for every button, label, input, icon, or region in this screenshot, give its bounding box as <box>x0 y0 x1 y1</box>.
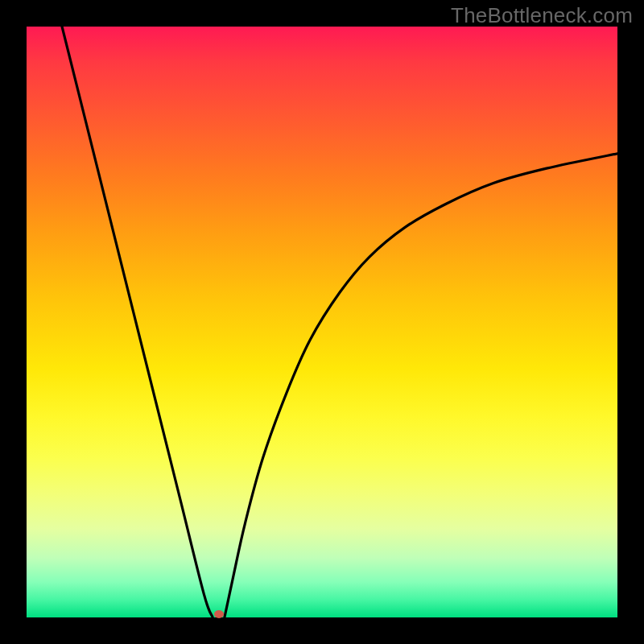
optimum-marker <box>214 610 224 618</box>
chart-frame: TheBottleneck.com <box>0 0 644 644</box>
bottleneck-curve <box>27 27 617 617</box>
watermark-text: TheBottleneck.com <box>451 3 633 28</box>
plot-area <box>27 27 617 617</box>
